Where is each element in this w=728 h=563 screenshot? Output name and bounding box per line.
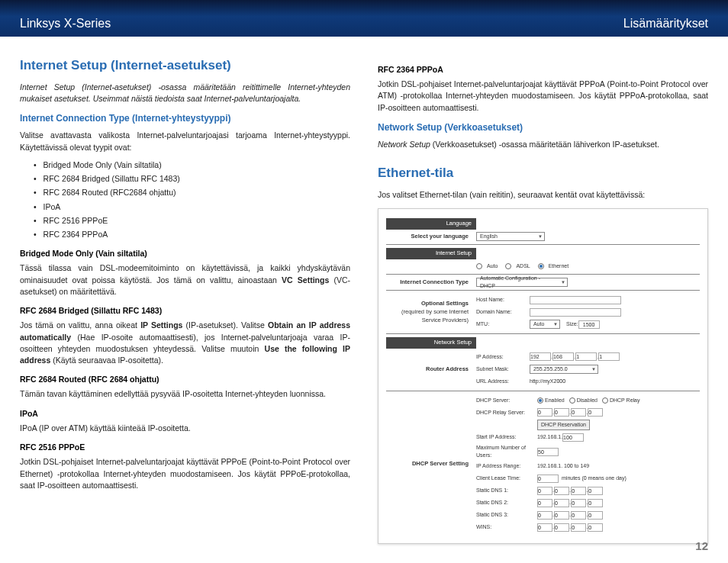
mtu-select[interactable]: Auto	[530, 320, 560, 329]
p-rb: Jos tämä on valittu, anna oikeat IP Sett…	[20, 320, 350, 366]
dns-input[interactable]: 0	[571, 511, 586, 520]
sect-network-setup: Network Setup	[386, 337, 476, 349]
relay-input[interactable]: 0	[537, 408, 552, 417]
sect-internet-setup: Internet Setup	[386, 248, 476, 259]
dns-input[interactable]: 0	[588, 511, 603, 520]
p-ict: Valitse avattavasta valikosta Internet-p…	[20, 130, 350, 153]
right-column: RFC 2364 PPPoA Jotkin DSL-pohjaiset Inte…	[378, 56, 708, 544]
list-item: RFC 2516 PPPoE	[34, 215, 350, 227]
p-eth: Jos valitset Ethernet-tilan (vain reitit…	[378, 189, 708, 201]
header-right: Lisämääritykset	[623, 17, 708, 31]
h4-rb: RFC 2684 Bridged (Sillattu RFC 1483)	[20, 305, 350, 317]
h4-ip: IPoA	[20, 408, 350, 420]
wins-input[interactable]: 0	[554, 523, 569, 532]
left-column: Internet Setup (Internet-asetukset) Inte…	[20, 56, 350, 544]
label-select-lang: Select your language	[386, 233, 476, 241]
radio-ethernet[interactable]	[538, 263, 544, 269]
radio-relay[interactable]	[602, 397, 608, 404]
label-opt: Optional Settings (required by some Inte…	[386, 300, 476, 325]
h4-rr: RFC 2684 Routed (RFC 2684 ohjattu)	[20, 374, 350, 385]
ip-input[interactable]: 168	[552, 352, 574, 361]
h4-bm: Bridged Mode Only (Vain siltatila)	[20, 248, 350, 259]
header-left: Linksys X-Series	[20, 17, 111, 31]
sect-language: Language	[386, 218, 476, 230]
label-router-address: Router Address	[386, 365, 476, 374]
size-input[interactable]: 1500	[578, 320, 600, 329]
ip-input[interactable]: 192	[530, 352, 551, 361]
dns-input[interactable]: 0	[588, 487, 603, 495]
wins-input[interactable]: 0	[537, 523, 552, 532]
h3-ns: Network Setup (Verkkoasetukset)	[378, 121, 708, 134]
h3-ict: Internet Connection Type (Internet-yhtey…	[20, 112, 350, 125]
list-item: IPoA	[34, 201, 350, 213]
list-item: RFC 2364 PPPoA	[34, 229, 350, 240]
startip-input[interactable]: 100	[562, 433, 584, 442]
dns-input[interactable]: 0	[554, 499, 569, 507]
p-ip: IPoA (IP over ATM) käyttää kiinteää IP-o…	[20, 423, 350, 434]
dns-input[interactable]: 0	[571, 487, 586, 495]
radio-adsl[interactable]	[505, 263, 511, 269]
label-ict: Internet Connection Type	[386, 278, 476, 287]
relay-input[interactable]: 0	[554, 408, 569, 417]
dns-input[interactable]: 0	[554, 487, 569, 495]
h2-eth: Ethernet-tila	[378, 164, 708, 183]
p-pa: Jotkin DSL-pohjaiset Internet-palvelunta…	[378, 79, 708, 114]
p-bm: Tässä tilassa vain DSL-modeemitoiminto o…	[20, 262, 350, 298]
relay-input[interactable]: 0	[571, 408, 586, 417]
dns-input[interactable]: 0	[537, 499, 552, 507]
p-rr: Tämän tavan käyttäminen edellyttää pysyv…	[20, 388, 350, 400]
list-item: RFC 2684 Routed (RFC2684 ohjattu)	[34, 187, 350, 198]
list-item: Bridged Mode Only (Vain siltatila)	[34, 159, 350, 171]
ip-input[interactable]: 1	[598, 352, 620, 361]
radio-disabled[interactable]	[569, 397, 575, 404]
ip-input[interactable]: 1	[575, 352, 597, 361]
radio-enabled[interactable]	[537, 397, 543, 404]
dns-input[interactable]: 0	[571, 499, 586, 507]
settings-screenshot: Language Select your language English In…	[378, 208, 708, 544]
dns-input[interactable]: 0	[537, 511, 552, 520]
h4-pa: RFC 2364 PPPoA	[378, 64, 708, 76]
lease-input[interactable]: 0	[537, 475, 559, 483]
dns-input[interactable]: 0	[537, 487, 552, 495]
dhcp-reservation-button[interactable]: DHCP Reservation	[537, 420, 590, 430]
lang-select[interactable]: English	[476, 232, 545, 241]
ict-select[interactable]: Automatic Configuration - DHCP	[476, 278, 568, 287]
label-dhcp-setting: DHCP Server Setting	[386, 460, 476, 468]
maxusers-input[interactable]: 50	[537, 448, 559, 456]
host-input[interactable]	[530, 296, 621, 304]
list-item: RFC 2684 Bridged (Sillattu RFC 1483)	[34, 173, 350, 185]
wins-input[interactable]: 0	[588, 523, 603, 532]
wins-input[interactable]: 0	[571, 523, 586, 532]
intro-text: Internet Setup (Internet-asetukset) -osa…	[20, 82, 350, 105]
h4-pe: RFC 2516 PPPoE	[20, 442, 350, 453]
type-list: Bridged Mode Only (Vain siltatila) RFC 2…	[34, 159, 350, 240]
radio-auto[interactable]	[476, 263, 482, 269]
header-bar: Linksys X-Series Lisämääritykset	[0, 0, 728, 37]
subnet-select[interactable]: 255.255.255.0	[530, 365, 598, 374]
p-ns: Network Setup (Verkkoasetukset) -osassa …	[378, 139, 708, 150]
page-number: 12	[695, 539, 708, 552]
relay-input[interactable]: 0	[588, 408, 603, 417]
h2-internet-setup: Internet Setup (Internet-asetukset)	[20, 56, 350, 76]
domain-input[interactable]	[530, 308, 621, 317]
dns-input[interactable]: 0	[588, 499, 603, 507]
dns-input[interactable]: 0	[554, 511, 569, 520]
p-pe: Jotkin DSL-pohjaiset Internet-palvelunta…	[20, 456, 350, 491]
